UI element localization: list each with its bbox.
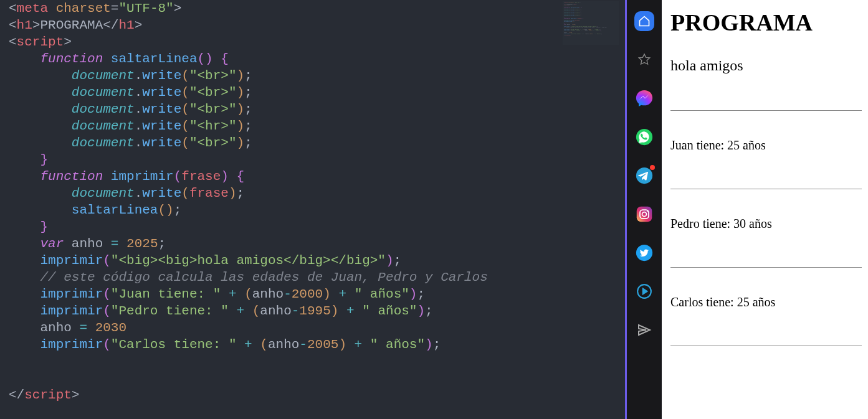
minimap[interactable]: <meta charset="UTF-8"><h1>PROGRAMA</h1><… bbox=[563, 1, 619, 45]
preview-line: Pedro tiene: 30 años bbox=[670, 217, 862, 231]
preview-hr bbox=[670, 189, 862, 189]
play-icon[interactable] bbox=[634, 281, 654, 301]
telegram-icon[interactable] bbox=[634, 166, 654, 186]
whatsapp-icon[interactable] bbox=[634, 127, 654, 147]
preview-line: Carlos tiene: 25 años bbox=[670, 295, 862, 309]
svg-rect-2 bbox=[637, 207, 652, 222]
preview-big-text: hola amigos bbox=[670, 57, 862, 74]
svg-point-5 bbox=[647, 210, 648, 212]
app-sidebar bbox=[627, 0, 662, 419]
code-editor-pane[interactable]: <meta charset="UTF-8"><h1>PROGRAMA</h1><… bbox=[0, 0, 625, 419]
preview-line: Juan tiene: 25 años bbox=[670, 138, 862, 153]
send-icon[interactable] bbox=[634, 320, 654, 340]
preview-hr bbox=[670, 110, 862, 111]
preview-pane: PROGRAMA hola amigos Juan tiene: 25 años… bbox=[662, 0, 868, 419]
star-icon[interactable] bbox=[634, 50, 654, 70]
instagram-icon[interactable] bbox=[634, 204, 654, 224]
preview-hr bbox=[670, 346, 862, 346]
preview-title: PROGRAMA bbox=[670, 9, 862, 36]
preview-hr bbox=[670, 267, 862, 268]
code-area[interactable]: <meta charset="UTF-8"><h1>PROGRAMA</h1><… bbox=[0, 0, 625, 419]
messenger-icon[interactable] bbox=[634, 88, 654, 108]
home-icon[interactable] bbox=[634, 11, 654, 31]
twitter-icon[interactable] bbox=[634, 243, 654, 263]
